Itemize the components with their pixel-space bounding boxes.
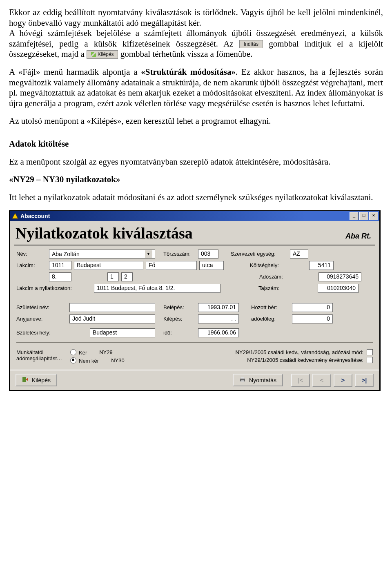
- szulnev-input[interactable]: [69, 303, 155, 312]
- irsz-input[interactable]: 1011: [49, 261, 71, 270]
- utcanev-input[interactable]: Fő: [146, 261, 197, 270]
- label-szulnev: Születési név:: [16, 304, 69, 310]
- svg-rect-3: [241, 377, 244, 379]
- koltseghely-input[interactable]: 5411: [309, 261, 334, 270]
- inditas-button[interactable]: Indítás: [239, 40, 263, 49]
- label-nev: Név:: [16, 251, 49, 257]
- nav-last-button[interactable]: >|: [355, 374, 374, 387]
- ny29-label: NY29: [99, 349, 113, 355]
- form: Név: Aba Zoltán ▼ Törzsszám: 003 Szervez…: [10, 250, 379, 370]
- paragraph: A «Fájl» menü harmadik alpontja a «Struk…: [9, 67, 383, 109]
- label-anyaneve: Anyjaneve:: [16, 316, 69, 322]
- company-name: Aba Rt.: [345, 232, 371, 241]
- adoszam-input[interactable]: 0918273645: [318, 272, 361, 281]
- minimize-button[interactable]: _: [350, 212, 359, 220]
- szerv-input[interactable]: AZ: [290, 250, 308, 259]
- nav-next-button[interactable]: >: [334, 374, 352, 387]
- paragraph: Az utolsó menüpont a «Kilépés», ezen ker…: [9, 116, 383, 127]
- nyomtatas-label: Nyomtatás: [249, 377, 276, 383]
- ido-input[interactable]: 1966.06.06: [198, 328, 239, 337]
- kilepes-inline-button[interactable]: Kilépés: [87, 50, 118, 59]
- nyomtatas-button[interactable]: Nyomtatás: [233, 374, 283, 386]
- label-szerv: Szervezeti egység:: [231, 251, 290, 257]
- button-bar: Kilépés Nyomtatás |< < > >|: [10, 370, 379, 390]
- window-title: Abaccount: [20, 213, 50, 219]
- label-lakcim-ny: Lakcím a nyilatkozaton:: [16, 285, 94, 291]
- belepes-input[interactable]: 1993.07.01: [198, 303, 239, 312]
- app-icon: [12, 213, 18, 219]
- svg-marker-0: [12, 213, 18, 218]
- torzsszam-input[interactable]: 003: [198, 250, 218, 259]
- text-bold: «Struktúrák módosítása»: [141, 67, 236, 77]
- paragraph: Ez a menüpont szolgál az egyes nyomtatvá…: [9, 157, 383, 167]
- radio-nemker[interactable]: [70, 357, 76, 363]
- kilepes-input[interactable]: . .: [198, 314, 239, 323]
- ajto-input[interactable]: 2: [121, 272, 133, 281]
- page-title: Nyilatkozatok kiválasztása: [16, 224, 193, 242]
- paragraph: Itt lehet a nyilatkozatok adatait módosí…: [9, 192, 383, 203]
- radio-ker-label: Kér: [79, 350, 87, 356]
- ny30-label: NY30: [111, 357, 125, 363]
- section-heading: «NY29 – NY30 nyilatkozatok»: [9, 174, 383, 185]
- hozott-input[interactable]: 0: [292, 303, 333, 312]
- label-lakcim: Lakcím:: [16, 262, 49, 268]
- label-torzsszam: Törzsszám:: [163, 251, 198, 257]
- maximize-button[interactable]: □: [359, 212, 368, 220]
- label-hozott: Hozott bér:: [251, 304, 292, 310]
- label-koltseghely: Költséghely:: [250, 262, 309, 268]
- label-adoeloleg: adóelőleg:: [251, 316, 292, 322]
- kilepes-label: Kilépés: [32, 377, 51, 383]
- nav-first-button[interactable]: |<: [291, 374, 310, 387]
- section-heading: Adatok kitöltése: [9, 139, 383, 149]
- label-munk: Munkáltatói adómegállapítást…: [16, 348, 65, 366]
- chk2-label: NY29/1/2005 családi kedvezmény érvényesí…: [247, 357, 363, 363]
- radio-nemker-label: Nem kér: [79, 358, 99, 364]
- print-icon: [239, 376, 246, 384]
- nav-prev-button[interactable]: <: [312, 374, 331, 387]
- adoeloleg-input[interactable]: 0: [292, 314, 333, 323]
- exit-icon: [22, 376, 29, 384]
- lakcim-ny-input[interactable]: 1011 Budapest, Fő utca 8. 1/2.: [94, 284, 220, 293]
- nev-value: Aba Zoltán: [52, 251, 80, 257]
- varos-input[interactable]: Budapest: [74, 261, 143, 270]
- label-ido: idő:: [163, 330, 198, 336]
- anyaneve-input[interactable]: Joó Judit: [69, 314, 155, 323]
- paragraph: Ekkor az eddig beállított nyomtatvány ki…: [9, 7, 383, 60]
- emelet-input[interactable]: 1: [107, 272, 119, 281]
- label-tajszam: Tajszám:: [258, 285, 318, 291]
- titlebar: Abaccount _ □ ×: [10, 211, 379, 221]
- chevron-down-icon[interactable]: ▼: [145, 250, 152, 258]
- label-kilepes: Kilépés:: [163, 316, 198, 322]
- tajszam-input[interactable]: 010203040: [318, 284, 359, 293]
- close-button[interactable]: ×: [369, 212, 378, 220]
- text: A «Fájl» menü harmadik alpontja a: [9, 67, 141, 77]
- kozterulet-input[interactable]: utca: [199, 261, 224, 270]
- text: gombbal térhetünk vissza a főmenübe.: [120, 49, 253, 59]
- szulhely-input[interactable]: Budapest: [90, 328, 155, 337]
- app-window: Abaccount _ □ × Nyilatkozatok kiválasztá…: [9, 210, 381, 391]
- nev-select[interactable]: Aba Zoltán ▼: [49, 250, 155, 259]
- chk2[interactable]: [367, 357, 373, 363]
- label-adoszam: Adószám:: [259, 274, 318, 280]
- nav-group: |< < > >|: [291, 374, 374, 387]
- svg-rect-1: [22, 377, 26, 382]
- radio-ker[interactable]: [70, 349, 76, 355]
- label-szulhely: Születési hely:: [16, 330, 90, 336]
- svg-rect-4: [241, 380, 244, 382]
- text: Ekkor az eddig beállított nyomtatvány ki…: [9, 7, 383, 28]
- chk1-label: NY29/1/2005 családi kedv., várandóság, a…: [236, 349, 363, 355]
- chk1[interactable]: [367, 349, 373, 355]
- hazszam-input[interactable]: 8.: [49, 272, 71, 281]
- label-belepes: Belépés:: [163, 304, 198, 310]
- kilepes-button[interactable]: Kilépés: [16, 374, 57, 386]
